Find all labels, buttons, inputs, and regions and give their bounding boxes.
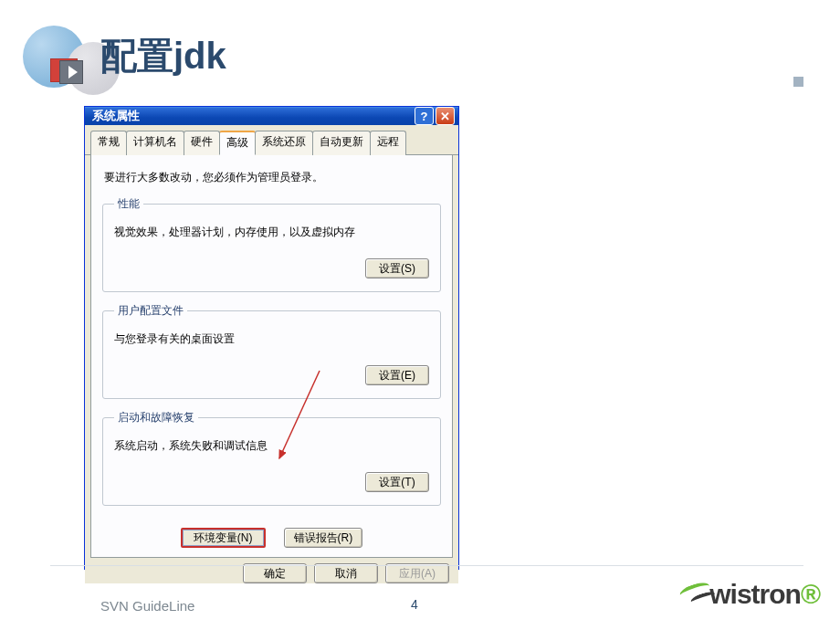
- header-underline: [50, 82, 803, 84]
- tab-remote[interactable]: 远程: [370, 131, 406, 155]
- user-profile-settings-button[interactable]: 设置(E): [365, 365, 429, 385]
- tab-advanced[interactable]: 高级: [219, 131, 256, 155]
- tab-auto-update[interactable]: 自动更新: [312, 131, 371, 155]
- brand-logo: wistron®: [709, 579, 820, 610]
- bottom-button-row: 环境变量(N) 错误报告(R): [102, 528, 441, 548]
- play-arrow-icon: [59, 60, 83, 84]
- env-vars-button[interactable]: 环境变量(N): [181, 528, 266, 548]
- user-profile-text: 与您登录有关的桌面设置: [114, 331, 429, 347]
- help-button[interactable]: [415, 107, 434, 125]
- page-number: 4: [411, 597, 418, 612]
- apply-button[interactable]: 应用(A): [385, 563, 449, 583]
- error-report-button[interactable]: 错误报告(R): [284, 528, 363, 548]
- close-button[interactable]: [436, 107, 455, 125]
- tab-system-restore[interactable]: 系统还原: [255, 131, 313, 155]
- cancel-button[interactable]: 取消: [314, 563, 378, 583]
- dialog-footer: 确定 取消 应用(A): [85, 563, 458, 583]
- performance-settings-button[interactable]: 设置(S): [365, 258, 429, 278]
- tab-computer-name[interactable]: 计算机名: [126, 131, 184, 155]
- footer-text: SVN GuideLine: [100, 598, 194, 614]
- admin-notice: 要进行大多数改动，您必须作为管理员登录。: [104, 170, 439, 185]
- performance-text: 视觉效果，处理器计划，内存使用，以及虚拟内存: [114, 225, 429, 240]
- footer-underline: [50, 565, 803, 566]
- tab-strip: 常规 计算机名 硬件 高级 系统还原 自动更新 远程: [85, 125, 458, 155]
- startup-legend: 启动和故障恢复: [114, 410, 198, 425]
- tab-hardware[interactable]: 硬件: [184, 131, 220, 155]
- ok-button[interactable]: 确定: [243, 563, 307, 583]
- startup-group: 启动和故障恢复 系统启动，系统失败和调试信息 设置(T): [102, 410, 441, 506]
- slide-title: 配置jdk: [100, 31, 226, 81]
- advanced-tab-panel: 要进行大多数改动，您必须作为管理员登录。 性能 视觉效果，处理器计划，内存使用，…: [90, 155, 453, 558]
- performance-legend: 性能: [114, 196, 143, 212]
- dialog-titlebar[interactable]: 系统属性: [85, 107, 458, 125]
- dialog-title: 系统属性: [92, 108, 140, 124]
- user-profile-group: 用户配置文件 与您登录有关的桌面设置 设置(E): [102, 303, 441, 399]
- startup-text: 系统启动，系统失败和调试信息: [114, 438, 429, 454]
- startup-settings-button[interactable]: 设置(T): [365, 472, 429, 492]
- accent-square-icon: [793, 77, 803, 87]
- user-profile-legend: 用户配置文件: [114, 303, 187, 319]
- tab-general[interactable]: 常规: [90, 131, 127, 155]
- performance-group: 性能 视觉效果，处理器计划，内存使用，以及虚拟内存 设置(S): [102, 196, 441, 292]
- system-properties-dialog: 系统属性 常规 计算机名 硬件 高级 系统还原 自动更新 远程 要进行大多数改动…: [84, 106, 459, 570]
